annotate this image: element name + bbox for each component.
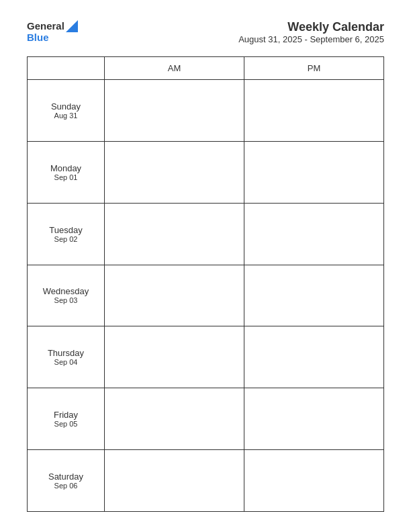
day-name: Sunday: [30, 101, 101, 112]
day-date: Sep 01: [30, 173, 101, 181]
table-row: TuesdaySep 02: [28, 203, 384, 265]
pm-cell: [244, 80, 384, 142]
day-name: Monday: [30, 163, 101, 173]
day-date: Sep 06: [30, 482, 101, 490]
table-row: SundayAug 31: [28, 80, 384, 142]
day-date: Sep 05: [30, 420, 101, 428]
table-row: ThursdaySep 04: [28, 326, 384, 388]
day-date: Sep 03: [30, 296, 101, 304]
am-cell: [105, 326, 244, 388]
am-cell: [105, 203, 244, 265]
table-row: WednesdaySep 03: [28, 265, 384, 326]
calendar-subtitle: August 31, 2025 - September 6, 2025: [238, 34, 384, 44]
title-section: Weekly Calendar August 31, 2025 - Septem…: [238, 20, 384, 44]
am-cell: [105, 141, 244, 203]
header-am-col: AM: [105, 57, 244, 80]
pm-cell: [244, 265, 384, 326]
pm-cell: [244, 326, 384, 388]
table-row: MondaySep 01: [28, 141, 384, 203]
table-row: FridaySep 05: [28, 388, 384, 450]
header-day-col: [28, 57, 105, 80]
pm-cell: [244, 388, 384, 450]
day-cell: MondaySep 01: [28, 141, 105, 203]
am-cell: [105, 80, 244, 142]
day-cell: SundayAug 31: [28, 80, 105, 142]
header-pm-col: PM: [244, 57, 384, 80]
day-cell: TuesdaySep 02: [28, 203, 105, 265]
logo-blue-text: Blue: [27, 32, 49, 44]
day-name: Wednesday: [30, 286, 101, 296]
calendar-title: Weekly Calendar: [238, 20, 384, 34]
table-row: SaturdaySep 06: [28, 450, 384, 512]
pm-cell: [244, 141, 384, 203]
calendar-table: AM PM SundayAug 31MondaySep 01TuesdaySep…: [27, 56, 384, 512]
day-name: Tuesday: [30, 225, 101, 235]
am-cell: [105, 388, 244, 450]
am-cell: [105, 450, 244, 512]
logo: General Blue: [27, 20, 78, 44]
page: General Blue Weekly Calendar August 31, …: [0, 0, 411, 532]
logo-general-text: General: [27, 21, 64, 32]
header: General Blue Weekly Calendar August 31, …: [27, 20, 384, 44]
day-date: Aug 31: [30, 112, 101, 120]
logo-triangle-icon: [66, 20, 78, 32]
day-name: Friday: [30, 410, 101, 420]
day-cell: FridaySep 05: [28, 388, 105, 450]
table-header-row: AM PM: [28, 57, 384, 80]
day-name: Thursday: [30, 348, 101, 358]
day-cell: WednesdaySep 03: [28, 265, 105, 326]
day-date: Sep 02: [30, 235, 101, 243]
svg-marker-0: [66, 20, 78, 32]
day-cell: ThursdaySep 04: [28, 326, 105, 388]
am-cell: [105, 265, 244, 326]
day-date: Sep 04: [30, 358, 101, 366]
day-cell: SaturdaySep 06: [28, 450, 105, 512]
pm-cell: [244, 450, 384, 512]
day-name: Saturday: [30, 472, 101, 482]
pm-cell: [244, 203, 384, 265]
